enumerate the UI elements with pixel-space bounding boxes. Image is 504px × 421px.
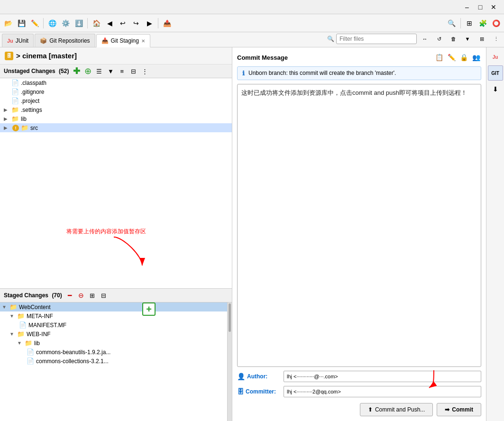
toolbar-save-btn[interactable]: 💾 [15,17,27,29]
commit-message-textarea[interactable]: 这时已成功将文件添加到资源库中，点击commit and push即可将项目上传… [237,84,481,367]
list-item[interactable]: 📄 commons-beanutils-1.9.2.ja... [0,348,232,357]
close-button[interactable]: ✕ [487,2,500,12]
toolbar-circle-btn[interactable]: ⭕ [490,17,502,29]
filter-btn-more[interactable]: ⋮ [490,33,502,45]
git-repos-icon: 📦 [40,37,47,44]
filter-btn-3[interactable]: 🗑 [447,33,459,45]
classpath-icon: 📄 [11,79,19,86]
commit-icon-btn-3[interactable]: 🔒 [458,52,469,63]
toolbar-sep-3 [158,18,158,28]
list-item[interactable]: ▼ 📁 WEB-INF [0,329,232,339]
list-item[interactable]: ▶ 📁 lib [0,114,232,123]
breadcrumb: 🗄 > cinema [master] [0,47,232,64]
list-item[interactable]: ▶ ! 📁 src [0,123,232,132]
toolbar-plugin-btn[interactable]: 🧩 [477,17,489,29]
unstaged-add-btn[interactable]: ✚ [72,66,81,76]
toolbar-sep-1 [43,18,44,28]
filter-files-input[interactable] [336,34,417,44]
author-icon: 👤 [237,373,245,380]
side-btn-git[interactable]: GIT [488,65,503,81]
gitignore-icon: 📄 [11,88,19,95]
toolbar-back-btn[interactable]: ◀ [103,17,116,29]
toolbar-pen-btn[interactable]: ✏️ [28,17,41,29]
commit-message-title: Commit Message [237,54,288,61]
side-git-icon: GIT [491,71,499,76]
list-item[interactable]: 📄 .project [0,96,232,105]
unstaged-list-btn[interactable]: ☰ [94,66,104,76]
unstaged-more-btn[interactable]: ⋮ [140,66,149,76]
filter-btn-dropdown[interactable]: ▼ [461,33,474,45]
tab-junit[interactable]: Ju JUnit [2,34,34,47]
commit-header-icons: 📋 ✏️ 🔒 👥 [434,52,481,63]
unstaged-collapse-btn[interactable]: ⊟ [128,66,138,76]
filter-btn-1[interactable]: ↔ [419,33,431,45]
filter-btn-2[interactable]: ↺ [433,33,445,45]
staged-scrollbar[interactable] [227,302,232,421]
toolbar-forward-btn[interactable]: ▶ [143,17,156,29]
staged-remove-all-btn[interactable]: ⊖ [76,291,86,300]
unstaged-sort-btn[interactable]: ▼ [106,66,115,76]
gitignore-label: .gitignore [21,89,44,95]
left-panel: 🗄 > cinema [master] Unstaged Changes (52… [0,47,232,421]
commit-button[interactable]: ➡ Commit [437,403,481,416]
toolbar-search-btn[interactable]: 🔍 [445,17,458,29]
list-item[interactable]: 📄 MANIFEST.MF [0,320,232,329]
toolbar-open-btn[interactable]: 📂 [2,17,14,29]
unstaged-add-all-btn[interactable]: ⊕ [83,66,92,76]
src-warn-badge: ! [12,125,19,131]
commit-and-push-button[interactable]: ⬆ Commit and Push... [360,403,433,416]
list-item[interactable]: ▼ 📁 WebContent [0,302,232,311]
staged-remove-btn[interactable]: ━ [65,291,74,300]
toolbar-share-btn[interactable]: 📤 [161,17,173,29]
filter-btn-4[interactable]: ⊞ [476,33,488,45]
toolbar-globe-btn[interactable]: 🌐 [46,17,58,29]
staged-scrollbar-thumb[interactable] [229,303,231,332]
toolbar-gear-btn[interactable]: ⚙️ [59,17,72,29]
toolbar-layout-btn[interactable]: ⊞ [463,17,476,29]
tab-close-icon[interactable]: ✕ [141,38,145,44]
main-area: 🗄 > cinema [master] Unstaged Changes (52… [0,47,504,421]
junit-icon: Ju [7,38,13,44]
toolbar-down-btn[interactable]: ⬇️ [73,17,85,29]
project-icon: 📄 [11,97,19,104]
list-item[interactable]: ▼ 📁 lib [0,339,232,348]
webinf-expand-icon: ▼ [9,331,15,337]
beanutils-icon: 📄 [27,348,34,356]
manifest-label: MANIFEST.MF [28,322,66,329]
src-expand-icon: ▶ [4,125,9,130]
commit-push-icon: ⬆ [368,406,373,413]
side-btn-download[interactable]: ⬇ [488,82,503,97]
toolbar-redo-btn[interactable]: ↪ [130,17,142,29]
side-btn-junit[interactable]: Ju [488,49,503,64]
unstaged-content: 📄 .classpath 📄 .gitignore 📄 .project ▶ 📁… [0,78,232,288]
list-item[interactable]: ▼ 📁 META-INF [0,311,232,320]
unstaged-expand-btn[interactable]: ≡ [117,66,127,76]
src-folder-icon: 📁 [21,124,28,131]
list-item[interactable]: 📄 commons-collections-3.2.1... [0,357,232,366]
author-input[interactable] [284,371,481,382]
settings-expand-icon: ▶ [4,107,9,112]
commit-icon-btn-1[interactable]: 📋 [434,52,444,63]
toolbar-undo-btn[interactable]: ↩ [117,17,129,29]
staged-collapse-btn[interactable]: ⊟ [99,291,109,300]
info-icon: ℹ [242,70,245,77]
unstaged-toolbar: ✚ ⊕ ☰ ▼ ≡ ⊟ ⋮ [72,66,149,76]
maximize-button[interactable]: □ [474,2,487,12]
author-row: 👤 Author: [237,371,481,382]
commit-icon-btn-4[interactable]: 👥 [471,52,481,63]
tab-git-staging[interactable]: 📥 Git Staging ✕ [96,34,150,47]
breadcrumb-path: > cinema [master] [16,52,77,60]
tab-git-repos[interactable]: 📦 Git Repositories [35,34,95,47]
staged-expand-btn[interactable]: ⊞ [88,291,97,300]
info-text: Unborn branch: this commit will create t… [248,70,396,76]
staged-lib-label: lib [34,340,40,347]
settings-folder-icon: 📁 [11,106,19,113]
list-item[interactable]: ▶ 📁 .settings [0,105,232,114]
minimize-button[interactable]: – [460,2,474,12]
commit-icon-btn-2[interactable]: ✏️ [446,52,457,63]
staged-content: ▼ 📁 WebContent ▼ 📁 META-INF 📄 MANIFEST.M… [0,302,232,421]
toolbar-home-btn[interactable]: 🏠 [90,17,102,29]
committer-input[interactable] [284,386,481,397]
list-item[interactable]: 📄 .classpath [0,78,232,87]
list-item[interactable]: 📄 .gitignore [0,87,232,96]
